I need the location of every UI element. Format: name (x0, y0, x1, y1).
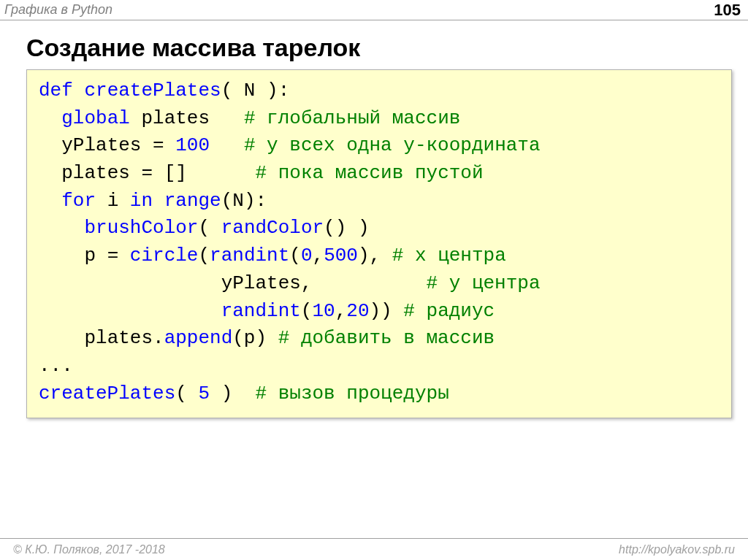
sp (312, 272, 426, 294)
slide: Графика в Python 105 Создание массива та… (0, 0, 748, 560)
arg: N (232, 80, 267, 101)
page-number: 105 (714, 1, 741, 20)
sp (96, 190, 107, 212)
topbar-title: Графика в Python (4, 2, 714, 18)
sp (130, 107, 142, 129)
sp (210, 107, 244, 129)
comment: # вызов процедуры (255, 383, 449, 404)
indent (39, 190, 61, 212)
punct: ( (198, 217, 221, 239)
code-line: def createPlates( N ): (39, 80, 289, 101)
function-call: createPlates (39, 383, 175, 404)
punct: ): (267, 80, 289, 101)
number: 10 (312, 300, 335, 322)
code-line: plates = [] # пока массив пустой (39, 162, 484, 184)
punct: ), (358, 245, 392, 266)
code-line: ... (39, 355, 73, 377)
indent (39, 107, 61, 129)
indent (39, 272, 221, 294)
function-call: append (164, 327, 233, 349)
code-block: def createPlates( N ): global plates # г… (26, 69, 732, 418)
copyright-text: © К.Ю. Поляков, 2017 -2018 (13, 543, 165, 556)
keyword-in: in (130, 190, 153, 212)
footer: © К.Ю. Поляков, 2017 -2018 http://kpolya… (0, 538, 748, 560)
slide-heading: Создание массива тарелок (26, 34, 748, 62)
comment: # радиус (403, 300, 495, 322)
function-call: randint (210, 245, 289, 266)
number: 20 (346, 300, 369, 322)
indent (39, 134, 61, 156)
code-line: yPlates = 100 # у всех одна y-координата (39, 134, 541, 156)
assign: plates = [] (61, 162, 187, 184)
code-line: createPlates( 5 ) # вызов процедуры (39, 383, 449, 404)
punct: (p) (232, 327, 278, 349)
number: 5 (198, 383, 210, 404)
function-name: createPlates (84, 80, 221, 101)
indent (39, 162, 61, 184)
function-call: circle (130, 245, 199, 266)
code-line: plates.append(p) # добавить в массив (39, 327, 495, 349)
punct: () ) (324, 217, 369, 239)
identifier: i (107, 190, 119, 212)
punct: ( (198, 245, 210, 266)
identifier: plates. (84, 327, 164, 349)
keyword-for: for (61, 190, 96, 212)
keyword-def: def (39, 80, 73, 101)
comment: # у всех одна y-координата (244, 134, 541, 156)
punct: , (335, 300, 347, 322)
keyword-global: global (61, 107, 130, 129)
function-call: randint (221, 300, 301, 322)
topbar: Графика в Python 105 (0, 0, 748, 20)
footer-url: http://kpolyakov.spb.ru (619, 543, 735, 556)
code-line: p = circle(randint(0,500), # x центра (39, 245, 506, 266)
code-line: for i in range(N): (39, 190, 267, 212)
punct: , (313, 245, 324, 266)
comment: # y центра (427, 272, 541, 294)
function-call: randColor (221, 217, 324, 239)
punct: ( (301, 300, 313, 322)
assign: p = (84, 245, 129, 266)
indent (39, 217, 84, 239)
indent (39, 245, 84, 266)
function-call: range (164, 190, 221, 212)
code-line: global plates # глобальный массив (39, 107, 460, 129)
number: 100 (175, 134, 210, 156)
comment: # добавить в массив (278, 327, 495, 349)
code-line: randint(10,20)) # радиус (39, 300, 495, 322)
punct: ) (210, 383, 255, 404)
function-call: brushColor (84, 217, 198, 239)
punct: )) (370, 300, 404, 322)
number: 0 (301, 245, 313, 266)
comment: # глобальный массив (244, 107, 460, 129)
comment: # x центра (392, 245, 506, 266)
punct: (N): (221, 190, 267, 212)
sp (187, 162, 256, 184)
identifier: plates (141, 107, 210, 129)
ellipsis: ... (39, 355, 73, 377)
punct: ( (221, 80, 233, 101)
indent (39, 327, 84, 349)
code-line: yPlates, # y центра (39, 272, 541, 294)
sp (153, 190, 164, 212)
code-line: brushColor( randColor() ) (39, 217, 370, 239)
assign: yPlates = (61, 134, 175, 156)
punct: ( (175, 383, 198, 404)
sp (118, 190, 130, 212)
identifier: yPlates, (221, 272, 313, 294)
indent (39, 300, 221, 322)
sp (210, 134, 244, 156)
number: 500 (324, 245, 358, 266)
comment: # пока массив пустой (255, 162, 483, 184)
punct: ( (289, 245, 301, 266)
